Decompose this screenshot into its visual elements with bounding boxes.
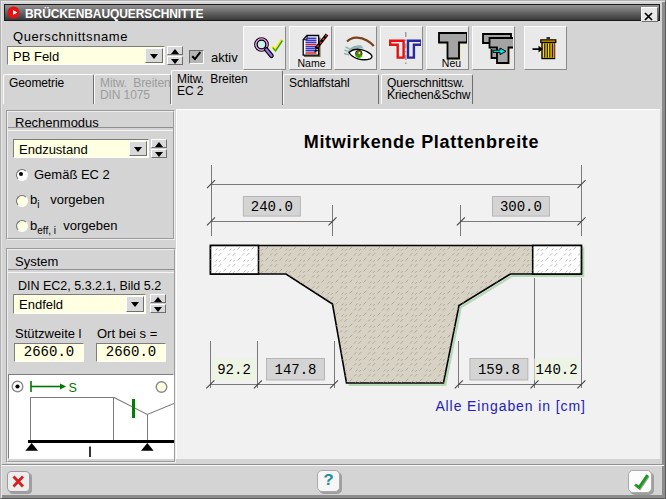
svg-text:92.2: 92.2 (217, 362, 251, 378)
svg-text:159.8: 159.8 (478, 362, 520, 378)
svg-text:240.0: 240.0 (251, 199, 293, 215)
svg-text:Name: Name (297, 57, 325, 69)
svg-text:Neu: Neu (442, 57, 461, 68)
svg-text:Alle Eingaben in [cm]: Alle Eingaben in [cm] (435, 398, 585, 414)
svg-text:140.2: 140.2 (536, 362, 578, 378)
svg-text:147.8: 147.8 (274, 362, 316, 378)
svg-text:Mitwirkende Plattenbreite: Mitwirkende Plattenbreite (304, 132, 540, 152)
svg-text:300.0: 300.0 (500, 199, 542, 215)
svg-text:S: S (69, 381, 77, 395)
